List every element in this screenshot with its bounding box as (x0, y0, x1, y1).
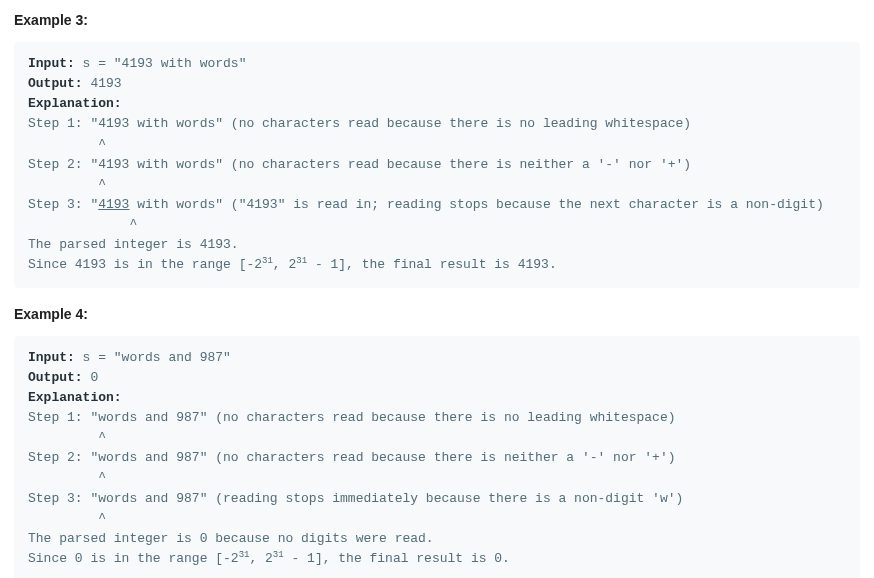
range-sup-2: 31 (296, 256, 307, 266)
output-label: Output: (28, 370, 83, 385)
input-value: s = "4193 with words" (75, 56, 247, 71)
output-value: 0 (83, 370, 99, 385)
step-1-line: Step 1: "words and 987" (no characters r… (28, 410, 676, 425)
example-4-codeblock: Input: s = "words and 987" Output: 0 Exp… (14, 336, 860, 578)
step-2-caret: ^ (28, 177, 106, 192)
parsed-line: The parsed integer is 4193. (28, 237, 239, 252)
input-value: s = "words and 987" (75, 350, 231, 365)
output-value: 4193 (83, 76, 122, 91)
step-1-caret: ^ (28, 137, 106, 152)
step-2-line: Step 2: "words and 987" (no characters r… (28, 450, 676, 465)
range-line-a: Since 4193 is in the range [-2 (28, 257, 262, 272)
step-3-caret: ^ (28, 511, 106, 526)
range-sup-1: 31 (239, 550, 250, 560)
step-3-line: Step 3: "words and 987" (reading stops i… (28, 491, 683, 506)
range-line-b: , 2 (273, 257, 296, 272)
step-1-caret: ^ (28, 430, 106, 445)
range-line-c: - 1], the final result is 0. (284, 551, 510, 566)
range-line-c: - 1], the final result is 4193. (307, 257, 557, 272)
input-label: Input: (28, 56, 75, 71)
input-label: Input: (28, 350, 75, 365)
output-label: Output: (28, 76, 83, 91)
example-3-codeblock: Input: s = "4193 with words" Output: 419… (14, 42, 860, 288)
range-line-b: , 2 (249, 551, 272, 566)
range-line-a: Since 0 is in the range [-2 (28, 551, 239, 566)
step-2-line: Step 2: "4193 with words" (no characters… (28, 157, 691, 172)
example-4-title: Example 4: (14, 306, 874, 322)
step-3-underlined: 4193 (98, 197, 129, 212)
explanation-label: Explanation: (28, 390, 122, 405)
step-3-pre: Step 3: " (28, 197, 98, 212)
step-2-caret: ^ (28, 470, 106, 485)
step-3-post: with words" ("4193" is read in; reading … (129, 197, 823, 212)
example-3-title: Example 3: (14, 12, 874, 28)
explanation-label: Explanation: (28, 96, 122, 111)
step-1-line: Step 1: "4193 with words" (no characters… (28, 116, 691, 131)
range-sup-2: 31 (273, 550, 284, 560)
range-sup-1: 31 (262, 256, 273, 266)
parsed-line: The parsed integer is 0 because no digit… (28, 531, 434, 546)
step-3-caret: ^ (28, 217, 137, 232)
